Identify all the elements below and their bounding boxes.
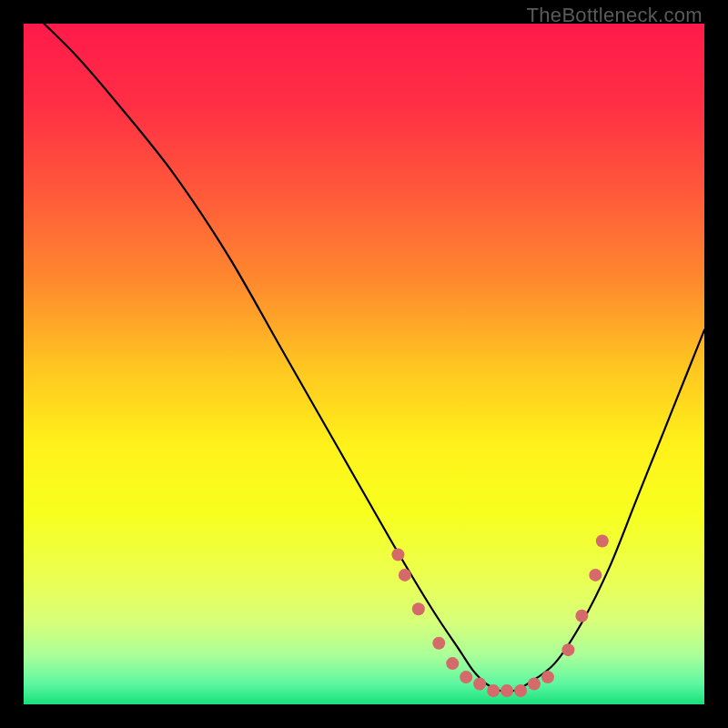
- sample-dot: [432, 637, 445, 650]
- sample-dot: [446, 657, 459, 670]
- chart-plot-area: [24, 24, 704, 704]
- sample-dot: [487, 684, 500, 697]
- sample-dot: [528, 678, 541, 691]
- sample-dot: [575, 610, 588, 622]
- sample-dot: [391, 548, 404, 561]
- sample-dot: [541, 671, 554, 683]
- sample-dot: [596, 534, 609, 547]
- sample-dot: [399, 569, 411, 581]
- sample-dots: [24, 24, 704, 704]
- sample-dot: [514, 684, 527, 697]
- outer-black-frame: [24, 24, 704, 704]
- sample-dot: [500, 684, 513, 697]
- sample-dot: [561, 643, 574, 656]
- sample-dot: [589, 569, 602, 581]
- sample-dot: [412, 602, 425, 615]
- watermark-text: TheBottleneck.com: [527, 4, 703, 27]
- sample-dot: [473, 678, 486, 691]
- sample-dot: [460, 671, 472, 683]
